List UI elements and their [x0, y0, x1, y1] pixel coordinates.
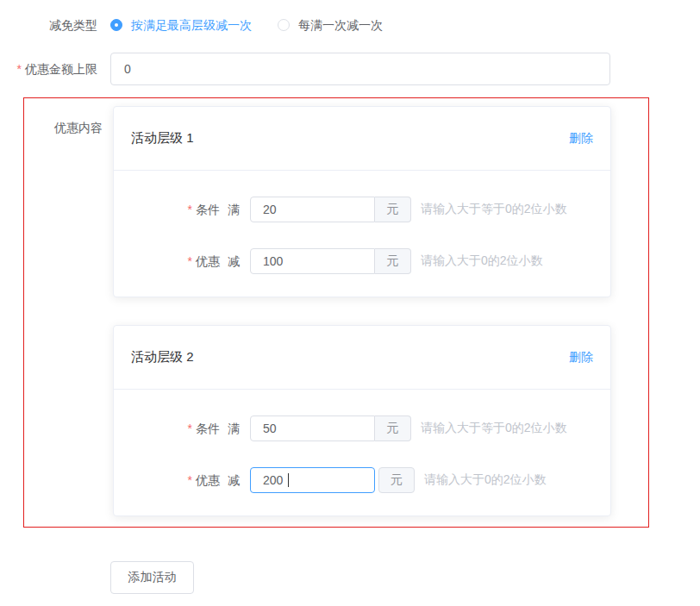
radio-every-time-once-label: 每满一次减一次 [298, 19, 383, 31]
radio-highest-tier-once-label: 按满足最高层级减一次 [131, 19, 252, 31]
tier-2-discount-unit: 元 [378, 467, 415, 493]
tier-card-2: 活动层级 2 删除 *条件满 元 请输入大于等于0的2位小数 *优惠减 [113, 325, 611, 516]
tier-2-condition-input[interactable] [250, 415, 375, 441]
text-cursor [288, 473, 289, 487]
reduction-type-label: 减免类型 [0, 19, 97, 31]
required-asterisk: * [17, 62, 22, 76]
discount-form: 减免类型 按满足最高层级减一次 每满一次减一次 *优惠金额上限 优惠内容 活动层… [0, 0, 700, 606]
tier-2-condition-unit: 元 [375, 415, 411, 441]
add-activity-button[interactable]: 添加活动 [110, 561, 194, 594]
required-asterisk: * [188, 203, 192, 216]
reduction-type-row: 减免类型 按满足最高层级减一次 每满一次减一次 [0, 0, 700, 31]
tier-2-discount-hint: 请输入大于0的2位小数 [424, 472, 547, 488]
tier-card-2-title: 活动层级 2 [131, 349, 194, 365]
tier-card-2-body: *条件满 元 请输入大于等于0的2位小数 *优惠减 [114, 390, 610, 515]
tier-1-condition-row: *条件满 元 请输入大于等于0的2位小数 [131, 197, 593, 222]
tier-2-condition-input-group: 元 [250, 415, 411, 441]
tier-card-1-body: *条件满 元 请输入大于等于0的2位小数 *优惠减 元 请输入大 [114, 171, 610, 297]
tier-card-2-header: 活动层级 2 删除 [114, 326, 610, 390]
tier-1-discount-input[interactable] [250, 248, 375, 274]
tier-1-condition-hint: 请输入大于等于0的2位小数 [421, 202, 567, 217]
tier-1-discount-row: *优惠减 元 请输入大于0的2位小数 [131, 248, 593, 274]
discount-content-label: 优惠内容 [24, 106, 103, 134]
required-asterisk: * [188, 422, 192, 435]
tier-1-discount-hint: 请输入大于0的2位小数 [421, 253, 543, 269]
tier-card-1-title: 活动层级 1 [131, 130, 194, 147]
radio-selected-icon [110, 19, 122, 31]
tier-card-1: 活动层级 1 删除 *条件满 元 请输入大于等于0的2位小数 *优惠减 [113, 106, 611, 297]
tier-2-condition-hint: 请输入大于等于0的2位小数 [421, 421, 567, 436]
tier-2-condition-label: *条件满 [131, 422, 240, 434]
tier-2-discount-input-focused[interactable] [250, 467, 375, 493]
tier-card-1-header: 活动层级 1 删除 [114, 107, 610, 171]
tier-1-discount-input-group: 元 [250, 248, 411, 274]
discount-limit-label: *优惠金额上限 [0, 63, 97, 75]
tier-1-discount-label: *优惠减 [131, 255, 240, 267]
discount-limit-input[interactable] [110, 53, 610, 85]
required-asterisk: * [188, 473, 192, 487]
discount-limit-row: *优惠金额上限 [0, 53, 700, 85]
tier-2-discount-input-group: 元 [250, 467, 415, 493]
tier-1-condition-input[interactable] [250, 197, 375, 222]
tier-card-2-delete-link[interactable]: 删除 [569, 350, 593, 365]
tier-card-1-delete-link[interactable]: 删除 [569, 131, 593, 147]
tier-1-condition-unit: 元 [375, 197, 411, 222]
tier-1-condition-label: *条件满 [131, 203, 240, 216]
tier-2-condition-row: *条件满 元 请输入大于等于0的2位小数 [131, 415, 593, 441]
radio-highest-tier-once[interactable]: 按满足最高层级减一次 [110, 19, 252, 31]
discount-content-section: 优惠内容 活动层级 1 删除 *条件满 元 请输入大于等于0的2位小数 [23, 97, 649, 528]
tier-1-discount-unit: 元 [375, 248, 411, 274]
tier-list: 活动层级 1 删除 *条件满 元 请输入大于等于0的2位小数 *优惠减 [113, 106, 611, 516]
tier-1-condition-input-group: 元 [250, 197, 411, 222]
tier-2-discount-row: *优惠减 元 请输入大于0的2位小数 [131, 467, 593, 493]
required-asterisk: * [188, 254, 192, 268]
radio-every-time-once[interactable]: 每满一次减一次 [278, 19, 383, 31]
radio-unselected-icon [278, 19, 290, 31]
tier-2-discount-label: *优惠减 [131, 474, 240, 486]
